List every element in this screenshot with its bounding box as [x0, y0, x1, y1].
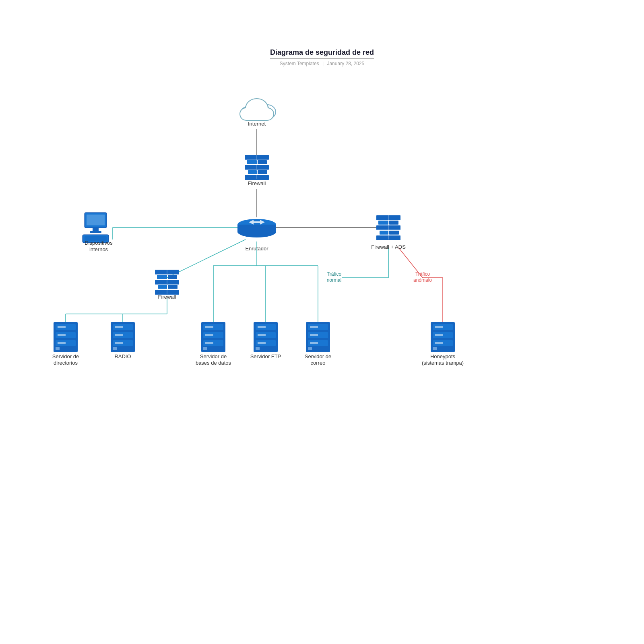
svg-rect-104 — [433, 347, 437, 350]
svg-rect-103 — [435, 342, 443, 344]
svg-rect-30 — [378, 221, 388, 225]
devices-label-1: Dispositivos — [85, 240, 113, 246]
trafico-normal-label-2: normal — [327, 277, 342, 283]
svg-rect-8 — [258, 160, 267, 164]
svg-rect-69 — [115, 334, 123, 336]
firewall-ads-icon — [376, 215, 400, 240]
svg-rect-59 — [58, 326, 66, 328]
servidor-correo-icon — [306, 322, 330, 352]
servidor-dir-icon — [54, 322, 78, 352]
svg-rect-67 — [115, 326, 123, 328]
svg-rect-61 — [58, 334, 66, 336]
router-label: Enrutador — [245, 246, 268, 252]
svg-rect-79 — [205, 342, 213, 344]
devices-label-2: internos — [89, 246, 108, 252]
servidor-correo-label-1: Servidor de — [305, 353, 331, 359]
svg-rect-24 — [87, 215, 105, 225]
svg-rect-99 — [435, 326, 443, 328]
servidor-ftp-icon — [254, 322, 278, 352]
servidor-correo-label-2: correo — [311, 360, 326, 366]
servidor-bd-label-2: bases de datos — [196, 360, 231, 366]
svg-rect-47 — [158, 285, 167, 289]
svg-rect-48 — [168, 285, 178, 289]
svg-rect-77 — [205, 334, 213, 336]
svg-rect-11 — [258, 170, 267, 174]
honeypots-icon — [431, 322, 455, 352]
radio-label: RADIO — [114, 353, 131, 359]
network-diagram-svg: Internet Firewall Enrutador Dispositivos… — [0, 0, 644, 644]
svg-rect-26 — [90, 231, 101, 233]
firewall-top-label: Firewall — [248, 180, 266, 186]
firewall-mid-icon — [155, 270, 179, 295]
svg-rect-80 — [203, 347, 207, 350]
svg-rect-95 — [310, 342, 318, 344]
svg-rect-72 — [113, 347, 117, 350]
svg-rect-91 — [310, 326, 318, 328]
svg-rect-44 — [157, 275, 167, 279]
honeypots-label-2: (sistemas trampa) — [422, 360, 464, 366]
svg-rect-10 — [248, 170, 257, 174]
svg-rect-101 — [435, 334, 443, 336]
svg-rect-87 — [258, 342, 266, 344]
svg-rect-64 — [56, 347, 60, 350]
router-icon — [237, 219, 276, 237]
svg-rect-88 — [256, 347, 260, 350]
svg-rect-25 — [93, 228, 99, 231]
trafico-normal-label-1: Tráfico — [327, 271, 342, 277]
servidor-bd-label-1: Servidor de — [200, 353, 227, 359]
honeypots-label-1: Honeypots — [430, 353, 456, 359]
firewall-ads-label: Firewall + ADS — [371, 244, 406, 250]
svg-rect-33 — [380, 231, 388, 235]
diagram-container: Diagrama de seguridad de red System Temp… — [0, 0, 644, 644]
trafico-anomalo-label-2: anómalo — [413, 277, 432, 283]
svg-rect-96 — [308, 347, 312, 350]
internet-label: Internet — [248, 121, 266, 127]
svg-rect-31 — [389, 221, 398, 225]
svg-rect-93 — [310, 334, 318, 336]
svg-rect-83 — [258, 326, 266, 328]
radio-icon — [111, 322, 135, 352]
svg-rect-75 — [205, 326, 213, 328]
svg-rect-34 — [389, 231, 399, 235]
devices-icon — [83, 213, 109, 243]
firewall-mid-label: Firewall — [158, 294, 176, 300]
trafico-anomalo-label-1: Tráfico — [415, 271, 430, 277]
servidor-ftp-label: Servidor FTP — [250, 353, 281, 359]
svg-rect-85 — [258, 334, 266, 336]
servidor-bd-icon — [201, 322, 225, 352]
internet-cloud — [240, 99, 274, 120]
servidor-dir-label-2: directorios — [54, 360, 78, 366]
servidor-dir-label-1: Servidor de — [52, 353, 79, 359]
svg-rect-7 — [247, 160, 257, 164]
firewall-top-icon — [245, 155, 269, 180]
svg-rect-71 — [115, 342, 123, 344]
svg-rect-45 — [168, 275, 177, 279]
svg-rect-63 — [58, 342, 66, 344]
svg-point-22 — [237, 226, 276, 237]
